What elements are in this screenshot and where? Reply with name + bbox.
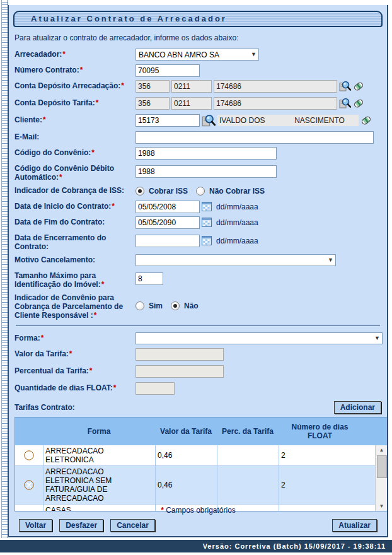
field-row-tamanho-maximo: Tamanho Máximo para Identificação do Imó…	[14, 269, 381, 289]
search-account-icon[interactable]	[339, 98, 351, 108]
tarifas-contrato-bar: Tarifas Contrato: Adicionar	[14, 401, 381, 414]
adicionar-button[interactable]: Adicionar	[334, 401, 381, 414]
required-fields-note: * Campos obrigatórios	[9, 506, 387, 515]
cell-perc	[217, 466, 279, 504]
data-encerramento-input[interactable]	[135, 235, 200, 247]
tarifas-table-body: ARRECADACAO ELETRONICA 0,46 2 ARRECADACA…	[15, 445, 375, 511]
parcelamento-sim-radio-label[interactable]: Sim	[149, 301, 163, 310]
arrecadador-select[interactable]: BANCO ABN AMRO SA ▼	[135, 49, 259, 61]
tarifas-table-header: Forma Valor da Tarifa Perc. da Tarifa Nú…	[15, 418, 388, 445]
parcelamento-nao-radio-label[interactable]: Não	[184, 301, 199, 310]
eraser-icon[interactable]	[353, 98, 364, 109]
cliente-label: Cliente:	[14, 115, 42, 124]
data-inicio-input[interactable]	[135, 201, 200, 213]
calendar-icon[interactable]	[202, 218, 212, 227]
email-input[interactable]	[135, 131, 374, 144]
delete-row-icon[interactable]	[24, 480, 34, 490]
conta-arrecadacao-numero-input	[214, 80, 337, 93]
forma-select[interactable]: ▼	[135, 332, 383, 344]
conta-tarifa-agencia-input	[171, 97, 212, 110]
field-row-cliente: Cliente:* IVALDO DOS NASCIMENTO	[14, 114, 381, 127]
tamanho-maximo-label: Tamanho Máximo para Identificação do Imó…	[14, 271, 101, 289]
date-format-hint: dd/mm/aaaa	[216, 237, 258, 245]
calendar-icon[interactable]	[202, 236, 212, 245]
table-row: ARRECADACAO ELETRONICA SEM FATURA/GUIA D…	[15, 466, 375, 505]
search-account-icon[interactable]	[339, 81, 351, 91]
tarifas-table: Forma Valor da Tarifa Perc. da Tarifa Nú…	[14, 417, 388, 511]
cancelar-button[interactable]: Cancelar	[110, 519, 155, 532]
section-divider	[16, 325, 380, 326]
search-cliente-icon[interactable]	[202, 114, 216, 127]
field-row-numero-contrato: Número Contrato:*	[14, 64, 381, 77]
page-title: Atualizar Contrato de Arrecadador	[31, 14, 227, 23]
conta-arrecadacao-agencia-input	[171, 80, 212, 93]
required-star: *	[89, 366, 93, 375]
cell-valor: 0,46	[155, 445, 217, 465]
cobrar-iss-radio[interactable]	[135, 187, 144, 196]
cell-dias: 2	[279, 466, 361, 504]
scrollbar-thumb[interactable]	[377, 455, 387, 478]
indicador-iss-label: Indicador de Cobrança de ISS:	[14, 186, 124, 195]
eraser-icon[interactable]	[353, 81, 364, 92]
field-row-motivo-cancelamento: Motivo Cancelamento: ▼	[14, 254, 381, 267]
version-text: Versão: Corretiva (Batch) 15/09/2017 - 1…	[203, 542, 386, 550]
field-row-valor-tarifa: Valor da Tarifa:*	[14, 348, 381, 361]
cell-perc	[217, 445, 279, 465]
desfazer-button[interactable]: Desfazer	[59, 519, 103, 532]
field-row-arrecadador: Arrecadador:* BANCO ABN AMRO SA ▼	[14, 48, 381, 61]
required-star: *	[120, 81, 124, 90]
motivo-cancelamento-select[interactable]: ▼	[135, 254, 336, 266]
numero-contrato-input[interactable]	[135, 64, 200, 77]
parcelamento-sim-radio[interactable]	[135, 301, 144, 310]
cell-forma: ARRECADACAO ELETRONICA SEM FATURA/GUIA D…	[43, 466, 155, 504]
decorative-left-border	[1, 0, 8, 538]
valor-tarifa-input	[135, 348, 224, 361]
cliente-codigo-input[interactable]	[135, 114, 200, 127]
nao-cobrar-iss-radio-label[interactable]: Não Cobrar ISS	[209, 187, 265, 196]
valor-tarifa-label: Valor da Tarifa:	[14, 349, 69, 358]
header-dias: Número de dias FLOAT	[279, 418, 361, 445]
dropdown-arrow-icon: ▼	[251, 52, 257, 57]
conta-tarifa-label: Conta Depósito Tarifa:	[14, 98, 95, 107]
field-row-conta-tarifa: Conta Depósito Tarifa:*	[14, 96, 381, 110]
conta-tarifa-numero-input	[214, 97, 337, 110]
required-star: *	[40, 334, 44, 342]
scroll-up-icon[interactable]: ▲	[376, 445, 388, 455]
atualizar-button[interactable]: Atualizar	[332, 519, 377, 532]
forma-label: Forma:	[14, 334, 40, 342]
conta-arrecadacao-label: Conta Depósito Arrecadação:	[14, 81, 120, 90]
nao-cobrar-iss-radio[interactable]	[196, 187, 205, 196]
dias-float-label: Quantidade de dias FLOAT:	[14, 383, 113, 392]
dropdown-arrow-icon: ▼	[374, 336, 380, 341]
field-row-data-encerramento: Data de Encerramento do Contrato: dd/mm/…	[14, 231, 381, 251]
field-row-codigo-convenio-debito: Código do Convênio Débito Automático:*	[14, 162, 381, 182]
required-star: *	[59, 173, 62, 182]
voltar-button[interactable]: Voltar	[19, 519, 52, 532]
header-delete-col	[15, 418, 43, 445]
email-label: E-Mail:	[14, 132, 39, 141]
conta-tarifa-banco-input	[135, 97, 170, 110]
required-star: *	[91, 148, 95, 157]
main-panel: Atualizar Contrato de Arrecadador Para a…	[8, 5, 388, 537]
table-scrollbar[interactable]: ▲ ▼	[375, 445, 388, 511]
header-valor: Valor da Tarifa	[155, 418, 217, 445]
data-fim-input[interactable]	[135, 216, 200, 229]
data-inicio-label: Data de Inicio do Contrato:	[14, 202, 111, 211]
field-row-codigo-convenio: Código do Convênio:*	[14, 146, 381, 160]
delete-row-icon[interactable]	[24, 450, 34, 460]
calendar-icon[interactable]	[202, 202, 212, 211]
field-row-indicador-parcelamento: Indicador de Convênio para Cobrança de P…	[14, 291, 381, 320]
cell-valor: 0,46	[155, 466, 217, 504]
tamanho-maximo-input[interactable]	[135, 272, 163, 285]
codigo-convenio-debito-input[interactable]	[135, 165, 277, 178]
data-encerramento-label: Data de Encerramento do Contrato:	[14, 233, 106, 251]
cell-forma: ARRECADACAO ELETRONICA	[43, 445, 155, 465]
page-title-bar: Atualizar Contrato de Arrecadador	[13, 11, 383, 27]
required-note-text: Campos obrigatórios	[164, 506, 236, 515]
cobrar-iss-radio-label[interactable]: Cobrar ISS	[149, 187, 188, 196]
parcelamento-nao-radio[interactable]	[171, 301, 180, 310]
codigo-convenio-input[interactable]	[135, 147, 277, 160]
numero-contrato-label: Número Contrato:	[14, 66, 79, 74]
field-row-conta-arrecadacao: Conta Depósito Arrecadação:*	[14, 79, 381, 93]
eraser-icon[interactable]	[360, 115, 372, 126]
